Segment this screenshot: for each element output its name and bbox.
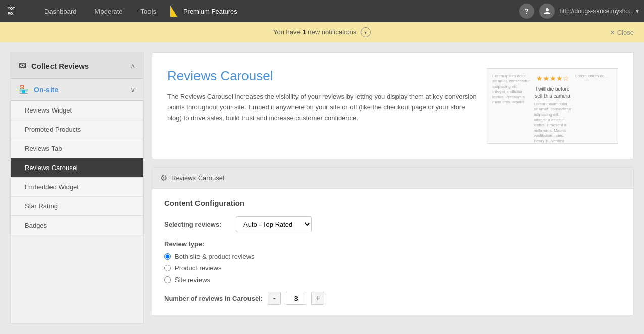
sidebar-item-reviews-carousel[interactable]: Reviews Carousel xyxy=(11,158,143,178)
hero-title: Reviews Carousel xyxy=(167,68,477,84)
notification-text: You have 1 new notifications ▾ xyxy=(273,27,371,37)
on-site-section[interactable]: 🏪 On-site ∨ xyxy=(11,79,143,101)
collect-reviews-arrow-icon: ∧ xyxy=(130,62,135,70)
preview-text-center: Lorem ipsum dolor sit amet, consectetur … xyxy=(534,102,571,139)
nav-dashboard[interactable]: Dashboard xyxy=(35,0,86,22)
nav-premium-label: Premium Features xyxy=(183,8,237,15)
content-area: Reviews Carousel The Reviews Carousel in… xyxy=(152,52,634,324)
envelope-icon: ✉ xyxy=(19,60,26,71)
config-header: ⚙ Reviews Carousel xyxy=(152,168,633,189)
close-label: Close xyxy=(617,29,634,36)
store-url[interactable]: http://dougs-sauce.mysho... ▾ xyxy=(560,8,639,15)
sidebar-item-promoted-products[interactable]: Promoted Products xyxy=(11,120,143,139)
preview-stars: ★★★★☆ xyxy=(534,74,571,84)
notification-close-button[interactable]: ✕ Close xyxy=(610,29,634,36)
hero-preview: Lorem ipsum dolor sit amet, consectetur … xyxy=(487,68,618,144)
config-header-title: Reviews Carousel xyxy=(171,174,224,182)
review-type-label: Review type: xyxy=(164,240,621,248)
nav-right: ? http://dougs-sauce.mysho... ▾ xyxy=(519,4,639,19)
notification-expand-button[interactable]: ▾ xyxy=(361,27,371,37)
preview-text-left: Lorem ipsum dolor sit amet, consectetur … xyxy=(492,74,530,105)
preview-col-left: Lorem ipsum dolor sit amet, consectetur … xyxy=(492,74,530,105)
config-body: Content Configuration Selecting reviews:… xyxy=(152,189,633,315)
num-reviews-input[interactable] xyxy=(286,292,306,305)
radio-product-label: Product reviews xyxy=(175,264,221,272)
radio-both-label: Both site & product reviews xyxy=(175,253,255,260)
store-icon: 🏪 xyxy=(19,85,29,94)
dropdown-icon: ▾ xyxy=(636,8,639,15)
selecting-reviews-select[interactable]: Auto - Top Rated Manual Most Recent xyxy=(236,216,312,232)
config-section-title: Content Configuration xyxy=(164,199,621,207)
user-button[interactable] xyxy=(539,4,555,19)
sidebar-item-badges[interactable]: Badges xyxy=(11,216,143,235)
preview-author: Henry K. Verified Buyer xyxy=(534,138,571,143)
sidebar-item-embedded-widget[interactable]: Embedded Widget xyxy=(11,178,143,197)
collect-reviews-label: Collect Reviews xyxy=(31,62,125,70)
radio-site-label: Site reviews xyxy=(175,276,210,284)
notification-bar: You have 1 new notifications ▾ ✕ Close xyxy=(0,22,644,42)
preview-col-center: ★★★★☆ I will die before sell this camera… xyxy=(534,74,571,143)
svg-text:PO.: PO. xyxy=(8,12,14,15)
review-type-section: Review type: Both site & product reviews… xyxy=(164,240,621,284)
hero-card: Reviews Carousel The Reviews Carousel in… xyxy=(152,52,634,159)
radio-both-input[interactable] xyxy=(164,253,171,260)
collect-reviews-section[interactable]: ✉ Collect Reviews ∧ xyxy=(11,53,143,79)
notification-suffix: new notifications xyxy=(308,28,356,36)
hero-description: The Reviews Carousel increases the visib… xyxy=(167,92,477,123)
preview-col-right: Lorem ipsum do... xyxy=(575,74,613,79)
close-x-icon: ✕ xyxy=(610,29,615,36)
nav-tools[interactable]: Tools xyxy=(132,0,165,22)
selecting-reviews-label: Selecting reviews: xyxy=(164,220,230,228)
wrench-icon: ⚙ xyxy=(160,173,167,183)
config-panel: ⚙ Reviews Carousel Content Configuration… xyxy=(152,167,634,315)
sidebar: ✉ Collect Reviews ∧ 🏪 On-site ∨ Reviews … xyxy=(10,52,144,324)
notification-count: 1 xyxy=(302,28,306,36)
help-button[interactable]: ? xyxy=(519,4,534,19)
sidebar-item-reviews-tab[interactable]: Reviews Tab xyxy=(11,139,143,158)
num-reviews-label: Number of reviews in Carousel: xyxy=(164,295,263,302)
preview-text-right: Lorem ipsum do... xyxy=(575,74,613,79)
num-reviews-increase-button[interactable]: + xyxy=(311,292,324,305)
radio-both: Both site & product reviews xyxy=(164,253,621,260)
svg-text:YOT: YOT xyxy=(8,7,15,10)
selecting-reviews-row: Selecting reviews: Auto - Top Rated Manu… xyxy=(164,216,621,232)
sidebar-item-reviews-widget[interactable]: Reviews Widget xyxy=(11,101,143,120)
radio-site: Site reviews xyxy=(164,276,621,284)
nav-moderate[interactable]: Moderate xyxy=(86,0,132,22)
num-reviews-row: Number of reviews in Carousel: - + xyxy=(164,292,621,305)
radio-product-input[interactable] xyxy=(164,265,171,271)
nav-premium[interactable]: Premium Features xyxy=(165,0,246,22)
main-layout: ✉ Collect Reviews ∧ 🏪 On-site ∨ Reviews … xyxy=(0,42,644,334)
on-site-label: On-site xyxy=(34,86,125,94)
radio-product: Product reviews xyxy=(164,264,621,272)
preview-review-title: I will die before sell this camera xyxy=(534,86,571,100)
sidebar-item-star-rating[interactable]: Star Rating xyxy=(11,197,143,216)
svg-point-3 xyxy=(546,8,549,11)
on-site-arrow-icon: ∨ xyxy=(130,86,135,94)
top-nav: YOT PO. Dashboard Moderate Tools Premium… xyxy=(0,0,644,22)
nav-items: Dashboard Moderate Tools Premium Feature… xyxy=(35,0,519,22)
radio-site-input[interactable] xyxy=(164,276,171,283)
premium-badge-icon xyxy=(170,6,177,17)
logo: YOT PO. xyxy=(5,2,30,20)
svg-rect-0 xyxy=(7,4,29,19)
num-reviews-decrease-button[interactable]: - xyxy=(268,292,281,305)
hero-text: Reviews Carousel The Reviews Carousel in… xyxy=(167,68,477,144)
